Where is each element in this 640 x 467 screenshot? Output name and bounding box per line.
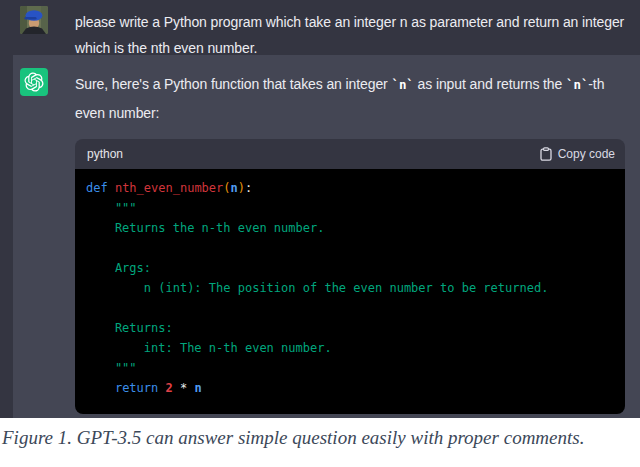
assistant-message-body: Sure, here's a Python function that take… (75, 68, 625, 414)
code-line: """ (86, 198, 611, 218)
code-line: Returns: (86, 318, 611, 338)
user-avatar (20, 6, 48, 34)
user-photo-icon (20, 6, 48, 34)
code-line (86, 238, 611, 258)
inline-code: `n` (391, 77, 413, 92)
assistant-text-segment: as input and returns the (414, 76, 566, 92)
code-block-header: python Copy code (75, 139, 625, 169)
code-line: """ (86, 358, 611, 378)
code-line: return 2 * n (86, 378, 611, 398)
copy-code-button[interactable]: Copy code (540, 147, 615, 161)
code-line: Returns the n-th even number. (86, 218, 611, 238)
figure-caption: Figure 1. GPT-3.5 can answer simple ques… (0, 418, 640, 467)
openai-logo-icon (24, 72, 44, 92)
chatgpt-screenshot: please write a Python program which take… (0, 0, 640, 418)
assistant-message-row: Sure, here's a Python function that take… (13, 55, 640, 418)
assistant-message-text: Sure, here's a Python function that take… (75, 68, 625, 127)
assistant-text-segment: Sure, here's a Python function that take… (75, 76, 391, 92)
inline-code: `n` (566, 77, 588, 92)
code-line: Args: (86, 258, 611, 278)
code-line: n (int): The position of the even number… (86, 278, 611, 298)
code-block: python Copy code def nth_even_number(n):… (75, 139, 625, 414)
code-line (86, 298, 611, 318)
language-label: python (87, 147, 123, 161)
figure-page: please write a Python program which take… (0, 0, 640, 467)
user-message-text: please write a Python program which take… (75, 6, 633, 61)
code-content: def nth_even_number(n): """ Returns the … (75, 169, 625, 414)
code-line: def nth_even_number(n): (86, 178, 611, 198)
user-message-row: please write a Python program which take… (0, 0, 640, 55)
copy-code-label: Copy code (558, 147, 615, 161)
clipboard-icon (540, 147, 552, 161)
code-line: int: The n-th even number. (86, 338, 611, 358)
chatgpt-avatar (20, 68, 48, 96)
